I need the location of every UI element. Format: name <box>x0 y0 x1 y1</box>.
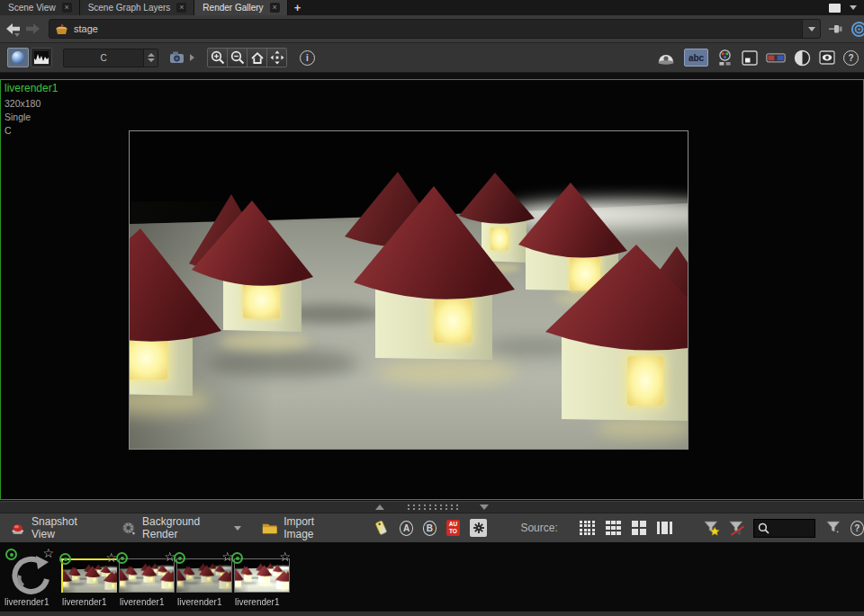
dome-light-icon[interactable] <box>656 50 676 66</box>
gallery-search-field[interactable] <box>753 519 815 538</box>
gallery-help-button[interactable]: ? <box>850 521 864 536</box>
forward-arrow-icon <box>25 22 41 35</box>
zoom-out-icon <box>230 50 245 65</box>
snapshot-label: liverender1 <box>62 597 106 607</box>
folder-icon <box>262 522 277 535</box>
live-badge-icon <box>174 552 185 564</box>
snapshot-label: liverender1 <box>235 597 279 607</box>
thumbnail-size-small-button[interactable] <box>580 521 595 536</box>
background-render-icon <box>122 521 136 536</box>
background-render-button[interactable]: Background Render <box>122 515 241 540</box>
fit-view-button[interactable] <box>266 48 287 67</box>
camera-select-value: C <box>64 53 143 63</box>
snapshot-menu-button[interactable] <box>169 50 194 65</box>
search-input[interactable] <box>770 523 814 533</box>
snapshot-thumbnail[interactable]: ☆ <box>61 558 117 593</box>
spinner-up-icon <box>148 53 155 57</box>
path-dropdown-button[interactable] <box>802 20 820 38</box>
help-button[interactable]: ? <box>843 50 859 66</box>
home-view-button[interactable] <box>247 48 267 67</box>
camera-select[interactable]: C <box>63 49 158 67</box>
snapshot-thumbnail[interactable]: ☆ <box>119 558 175 593</box>
thumbnail-size-large-button[interactable] <box>632 521 646 535</box>
import-image-button[interactable]: Import Image <box>262 515 339 540</box>
render-mode-label: Single <box>4 111 58 124</box>
path-value: stage <box>74 23 802 34</box>
compare-a-button[interactable]: A <box>400 521 413 536</box>
favorite-star-icon[interactable]: ☆ <box>279 549 291 564</box>
pane-splitter[interactable] <box>0 501 864 513</box>
filter-settings-icon[interactable] <box>825 520 842 537</box>
camera-spinner[interactable] <box>143 49 158 67</box>
snapshot-label: liverender1 <box>120 597 164 607</box>
favorite-star-icon[interactable]: ☆ <box>42 546 54 560</box>
gallery-scrollbar[interactable] <box>0 612 864 616</box>
filter-favorites-icon[interactable] <box>703 520 720 537</box>
snapshot-thumbnail[interactable]: ☆ <box>176 558 232 593</box>
color-correction-icon[interactable] <box>716 49 734 67</box>
tab-label: Scene View <box>8 3 56 13</box>
collapse-down-icon[interactable] <box>480 504 489 510</box>
zoom-in-button[interactable] <box>207 48 228 67</box>
render-plane-label: C <box>4 124 58 138</box>
region-render-icon[interactable] <box>742 50 758 66</box>
render-viewport[interactable]: liverender1 320x180 Single C <box>0 79 864 500</box>
visualizer-eye-icon[interactable] <box>819 50 835 65</box>
new-tab-button[interactable]: + <box>288 0 308 15</box>
background-render-label: Background Render <box>142 515 225 540</box>
info-button[interactable]: i <box>300 50 315 66</box>
snapshot-label: liverender1 <box>4 597 49 607</box>
display-render-button[interactable] <box>7 48 29 67</box>
tab-render-gallery[interactable]: Render Gallery × <box>194 0 287 15</box>
filter-disabled-icon[interactable] <box>728 520 745 537</box>
splitter-grip[interactable] <box>406 504 458 511</box>
close-icon[interactable]: × <box>176 3 186 13</box>
contrast-icon[interactable] <box>794 49 811 67</box>
chevron-down-icon <box>234 526 241 531</box>
render-gallery-window: Scene View × Scene Graph Layers × Render… <box>0 0 864 616</box>
tab-scene-graph-layers[interactable]: Scene Graph Layers × <box>80 0 195 15</box>
forward-button[interactable] <box>25 20 41 38</box>
gear-icon <box>472 522 485 534</box>
live-render-item[interactable]: ☆ <box>7 554 50 595</box>
tab-label: Scene Graph Layers <box>88 3 171 13</box>
close-icon[interactable]: × <box>270 3 280 13</box>
link-target-icon[interactable] <box>850 21 864 38</box>
search-icon <box>758 522 770 534</box>
snapshot-view-button[interactable]: Snapshot View <box>10 515 94 540</box>
stage-icon <box>55 23 68 35</box>
auto-snapshot-button[interactable]: AU TO <box>446 520 461 536</box>
back-button[interactable] <box>4 20 21 38</box>
list-view-button[interactable] <box>657 522 672 535</box>
collapse-up-icon[interactable] <box>375 504 384 510</box>
gallery-toolbar: Snapshot View Background Render Import I… <box>0 513 864 542</box>
histogram-icon <box>34 51 49 64</box>
snapshot-thumbnail[interactable]: ☆ <box>234 558 290 593</box>
compare-b-button[interactable]: B <box>423 521 436 536</box>
snapshot-gallery: ☆ ☆ ☆ ☆ ☆ liverender1 liverender1 livere… <box>0 542 864 612</box>
history-caret-icon <box>14 33 20 37</box>
thumbnail-size-medium-button[interactable] <box>606 521 621 536</box>
chevron-right-icon <box>190 54 194 61</box>
gallery-settings-button[interactable] <box>470 519 487 537</box>
live-badge-icon <box>116 552 128 564</box>
pin-icon[interactable] <box>828 23 843 35</box>
path-nav-bar: stage <box>0 15 864 43</box>
render-resolution-label: 320x180 <box>4 97 58 111</box>
display-text-overlay-button[interactable]: abc <box>684 49 708 67</box>
pane-menu-icon[interactable] <box>850 5 857 10</box>
histogram-button[interactable] <box>31 48 52 67</box>
close-icon[interactable]: × <box>62 3 72 13</box>
3d-glasses-icon[interactable] <box>766 53 786 63</box>
rendered-image[interactable] <box>129 130 688 450</box>
render-info-overlay: liverender1 320x180 Single C <box>4 82 58 138</box>
home-icon <box>250 51 265 65</box>
path-field[interactable]: stage <box>49 19 821 39</box>
maximize-pane-icon[interactable] <box>829 4 841 13</box>
zoom-out-button[interactable] <box>227 48 248 67</box>
zoom-in-icon <box>211 50 225 65</box>
pane-tab-bar: Scene View × Scene Graph Layers × Render… <box>0 0 864 15</box>
snapshot-camera-icon <box>169 50 187 65</box>
tab-scene-view[interactable]: Scene View × <box>0 0 80 15</box>
tag-icon[interactable] <box>374 519 387 537</box>
